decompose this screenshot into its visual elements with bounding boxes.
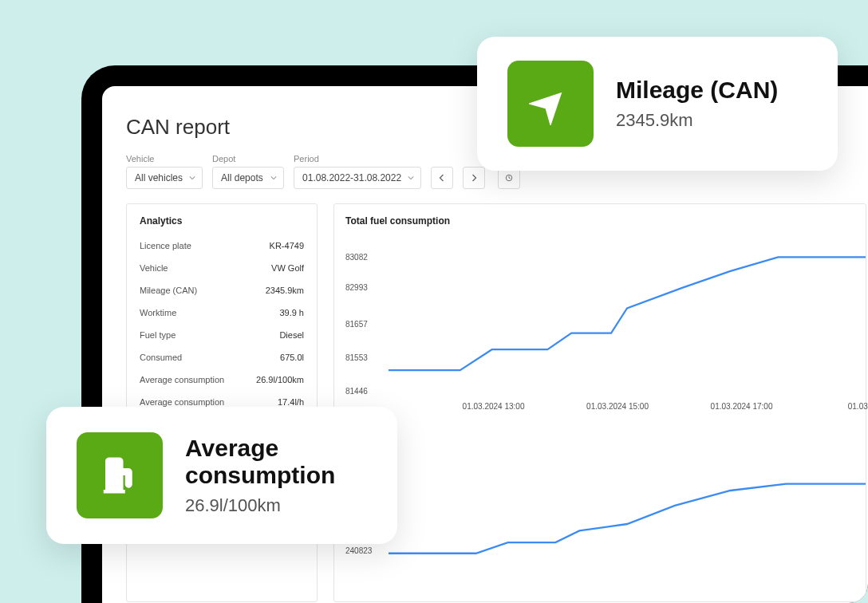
x-tick: 01.03.202 (848, 402, 868, 411)
x-tick: 01.03.2024 15:00 (586, 402, 649, 411)
y-tick: 82993 (345, 283, 368, 292)
analytics-value: 17.4l/h (278, 397, 304, 407)
mileage-card: Mileage (CAN) 2345.9km (477, 37, 838, 171)
analytics-label: Average consumption (140, 397, 224, 407)
clock-icon (505, 174, 513, 182)
analytics-value: 39.9 h (279, 308, 304, 317)
filter-depot-group: Depot All depots (212, 154, 284, 189)
chevron-down-icon (189, 175, 195, 181)
depot-select[interactable]: All depots (212, 167, 284, 189)
period-next-button[interactable] (463, 167, 485, 189)
filter-period-group: Period 01.08.2022-31.08.2022 (294, 154, 421, 189)
y-tick: 240823 (345, 546, 372, 555)
chart2-plot (389, 474, 866, 574)
mileage-card-value: 2345.9km (616, 110, 778, 131)
analytics-row: VehicleVW Golf (140, 257, 304, 279)
fuel-pump-icon (77, 432, 163, 518)
vehicle-select-value: All vehicles (135, 172, 183, 183)
analytics-row: Consumed675.0l (140, 346, 304, 368)
chevron-down-icon (270, 175, 277, 181)
chevron-down-icon (408, 175, 414, 181)
chart-plot (389, 250, 866, 391)
mileage-card-body: Mileage (CAN) 2345.9km (616, 77, 778, 131)
period-select[interactable]: 01.08.2022-31.08.2022 (294, 167, 421, 189)
analytics-value: Diesel (279, 330, 304, 340)
avg-card-value: 26.9l/100km (185, 495, 361, 516)
avg-card-title: Average consumption (185, 435, 361, 488)
analytics-value: KR-4749 (270, 241, 304, 250)
chart2: 241527 240823 (345, 474, 866, 601)
filter-vehicle-label: Vehicle (126, 154, 203, 164)
y-tick: 81446 (345, 387, 368, 396)
avg-consumption-card: Average consumption 26.9l/100km (46, 407, 397, 544)
filter-vehicle-group: Vehicle All vehicles (126, 154, 203, 189)
chevron-left-icon (438, 174, 446, 182)
analytics-row: Worktime39.9 h (140, 302, 304, 324)
analytics-value: 675.0l (280, 353, 304, 362)
chevron-right-icon (470, 174, 478, 182)
filter-period-label: Period (294, 154, 421, 164)
navigation-arrow-icon (507, 61, 594, 147)
chart-body: 83082 82993 81657 81553 81446 01.03.2024… (345, 250, 866, 418)
chart2-body: 241527 240823 (345, 474, 866, 601)
filter-depot-label: Depot (212, 154, 284, 164)
avg-card-body: Average consumption 26.9l/100km (185, 435, 361, 515)
x-axis-labels: 01.03.2024 13:00 01.03.2024 15:00 01.03.… (389, 402, 866, 418)
x-tick: 01.03.2024 13:00 (463, 402, 525, 411)
chart-panel: Total fuel consumption 83082 82993 81657… (333, 203, 866, 602)
analytics-value: 26.9l/100km (256, 375, 304, 384)
chart-title: Total fuel consumption (345, 215, 866, 227)
analytics-label: Vehicle (140, 263, 168, 273)
analytics-row: Mileage (CAN)2345.9km (140, 279, 304, 302)
analytics-row: Fuel typeDiesel (140, 324, 304, 346)
mileage-card-title: Mileage (CAN) (616, 77, 778, 104)
analytics-label: Mileage (CAN) (140, 286, 197, 295)
depot-select-value: All depots (221, 172, 263, 183)
period-prev-button[interactable] (431, 167, 453, 189)
period-select-value: 01.08.2022-31.08.2022 (302, 172, 401, 183)
y-tick: 81657 (345, 320, 368, 329)
analytics-value: 2345.9km (266, 286, 304, 295)
analytics-title: Analytics (140, 215, 304, 227)
vehicle-select[interactable]: All vehicles (126, 167, 203, 189)
analytics-value: VW Golf (271, 263, 304, 273)
analytics-label: Consumed (140, 353, 182, 362)
analytics-row: Average consumption26.9l/100km (140, 368, 304, 391)
y-tick: 83082 (345, 253, 368, 262)
analytics-label: Licence plate (140, 241, 191, 250)
x-tick: 01.03.2024 17:00 (711, 402, 773, 411)
analytics-label: Worktime (140, 308, 176, 317)
analytics-row: Licence plateKR-4749 (140, 235, 304, 257)
analytics-label: Fuel type (140, 330, 176, 340)
analytics-label: Average consumption (140, 375, 224, 384)
y-tick: 81553 (345, 353, 368, 362)
